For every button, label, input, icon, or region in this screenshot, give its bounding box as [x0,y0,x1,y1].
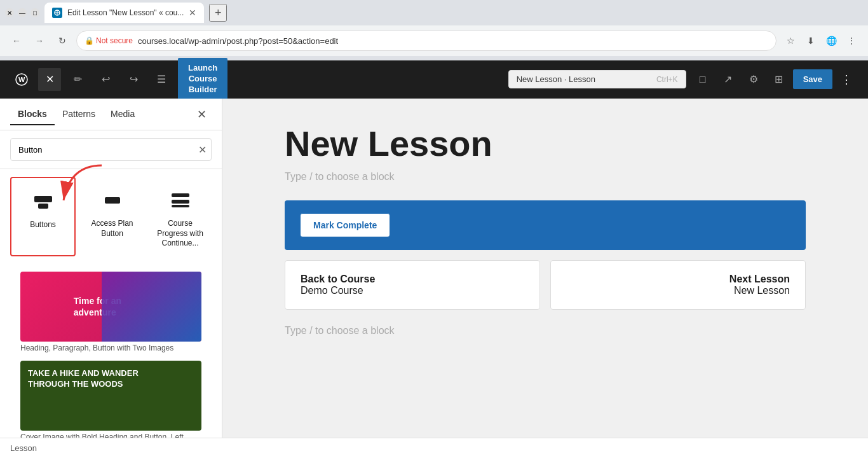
wp-editor: W ✕ ✏ ↩ ↪ ☰ Launch Course Builder New Le… [0,60,868,458]
forward-btn[interactable]: → [31,32,48,50]
window-minimize-btn[interactable]: — [18,8,27,17]
wp-toolbar: W ✕ ✏ ↩ ↪ ☰ Launch Course Builder New Le… [0,60,868,99]
back-to-course-card[interactable]: Back to Course Demo Course [285,260,540,310]
more-icon: ⋮ [841,73,852,87]
pattern-item-1[interactable]: Time for an adventure Heading, Paragraph… [20,272,201,354]
tab-blocks[interactable]: Blocks [10,104,55,125]
tab-patterns[interactable]: Patterns [55,104,103,125]
close-editor-btn[interactable]: ✕ [38,68,61,91]
back-icon: ← [12,36,21,46]
pencil-icon: ✏ [74,73,82,85]
status-bar: Lesson [0,438,868,458]
sidebar-tabs: Blocks Patterns Media [10,104,191,125]
list-view-icon: ☰ [157,73,166,85]
pattern-thumbnail-2: TAKE A HIKE AND WANDER THROUGH THE WOODS [20,361,201,431]
block-label-buttons: Buttons [30,220,56,230]
tab-close-btn[interactable]: ✕ [189,8,196,18]
redo-btn[interactable]: ↪ [122,68,145,91]
blocks-row-1: Buttons Access Plan Button [10,177,212,256]
pattern-label-2: Cover Image with Bold Heading and Button… [20,433,184,438]
pattern-thumbnail-1: Time for an adventure [20,272,201,342]
forward-icon: → [35,36,44,46]
type-hint-top: Type / to choose a block [285,171,806,183]
type-hint-bottom: Type / to choose a block [285,325,806,337]
lesson-title[interactable]: New Lesson [285,124,806,163]
more-options-btn[interactable]: ⋮ [835,68,858,91]
columns-icon: ⊞ [775,73,783,85]
block-item-buttons[interactable]: Buttons [10,177,76,256]
launch-btn-label: Launch Course Builder [188,63,217,94]
svg-rect-8 [105,197,120,204]
columns-btn[interactable]: ⊞ [768,68,790,91]
settings-btn[interactable]: ⚙ [742,68,765,91]
view-icon: □ [700,74,706,85]
refresh-btn[interactable]: ↻ [53,32,71,50]
undo-btn[interactable]: ↩ [94,68,117,91]
demo-course-label: Demo Course [301,285,524,296]
browser-window-controls: ✕ — □ [5,8,39,17]
back-to-course-label: Back to Course [301,274,524,285]
back-btn[interactable]: ← [8,32,25,50]
tab-title: Edit Lesson "New Lesson" « cou... [67,8,184,17]
svg-rect-11 [172,205,189,207]
svg-rect-9 [172,193,189,197]
address-bar[interactable]: 🔒 Not secure courses.local/wp-admin/post… [76,31,776,51]
tab-media[interactable]: Media [103,104,142,125]
new-tab-btn[interactable]: + [209,4,227,22]
svg-rect-7 [38,204,48,209]
svg-rect-10 [172,200,189,204]
nav-actions: ☆ ⬇ 🌐 ⋮ [782,32,860,50]
navigation-block: Back to Course Demo Course Next Lesson N… [285,260,806,310]
save-btn[interactable]: Save [793,69,832,89]
list-view-btn[interactable]: ☰ [150,68,173,91]
globe-btn[interactable]: 🌐 [822,32,840,50]
search-area: ✕ [0,130,222,169]
browser-nav: ← → ↻ 🔒 Not secure courses.local/wp-admi… [0,25,868,56]
pencil-btn[interactable]: ✏ [66,68,89,91]
command-palette-text: New Lesson · Lesson [517,74,595,84]
mark-complete-btn[interactable]: Mark Complete [300,213,390,237]
editor-body: Blocks Patterns Media ✕ ✕ [0,99,868,438]
sidebar-close-btn[interactable]: ✕ [191,104,212,125]
svg-text:W: W [18,76,25,83]
top-actions: □ ↗ ⚙ ⊞ Save ⋮ [691,68,858,91]
browser-tab[interactable]: Edit Lesson "New Lesson" « cou... ✕ [44,3,204,23]
command-palette[interactable]: New Lesson · Lesson Ctrl+K [508,70,686,88]
block-label-access-plan: Access Plan Button [86,219,139,239]
status-label: Lesson [10,443,37,453]
mark-complete-block: Mark Complete [285,200,806,250]
patterns-section: Time for an adventure Heading, Paragraph… [10,272,212,438]
settings-icon: ⚙ [749,73,758,85]
launch-course-builder-btn[interactable]: Launch Course Builder [178,58,227,101]
window-maximize-btn[interactable]: □ [31,8,39,17]
block-icon-course-progress [165,184,196,215]
external-link-btn[interactable]: ↗ [717,68,740,91]
not-secure-badge: 🔒 Not secure [85,36,133,45]
block-icon-access-plan [97,184,128,215]
main-content: New Lesson Type / to choose a block Mark… [222,99,868,438]
blocks-grid: Buttons Access Plan Button [0,169,222,438]
undo-icon: ↩ [102,73,110,85]
external-link-icon: ↗ [724,73,732,85]
close-icon: ✕ [46,73,54,85]
download-btn[interactable]: ⬇ [802,32,820,50]
block-item-course-progress[interactable]: Course Progress with Continue... [149,177,212,256]
block-search-input[interactable] [10,138,212,161]
search-clear-btn[interactable]: ✕ [198,144,207,156]
command-palette-shortcut: Ctrl+K [656,75,678,84]
window-close-btn[interactable]: ✕ [5,8,14,17]
browser-chrome: ✕ — □ Edit Lesson "New Lesson" « cou... … [0,0,868,60]
wp-logo-btn[interactable]: W [10,68,33,91]
pattern-item-2[interactable]: TAKE A HIKE AND WANDER THROUGH THE WOODS… [20,361,201,438]
close-icon: ✕ [197,108,207,121]
next-lesson-label: Next Lesson [729,274,790,285]
bookmark-btn[interactable]: ☆ [782,32,799,50]
next-lesson-card[interactable]: Next Lesson New Lesson [550,260,806,310]
chrome-more-btn[interactable]: ⋮ [843,32,860,50]
block-label-course-progress: Course Progress with Continue... [154,219,207,249]
content-wrapper: New Lesson Type / to choose a block Mark… [272,99,818,362]
sidebar-header: Blocks Patterns Media ✕ [0,99,222,130]
view-btn[interactable]: □ [691,68,714,91]
browser-titlebar: ✕ — □ Edit Lesson "New Lesson" « cou... … [0,0,868,25]
block-item-access-plan[interactable]: Access Plan Button [81,177,144,256]
